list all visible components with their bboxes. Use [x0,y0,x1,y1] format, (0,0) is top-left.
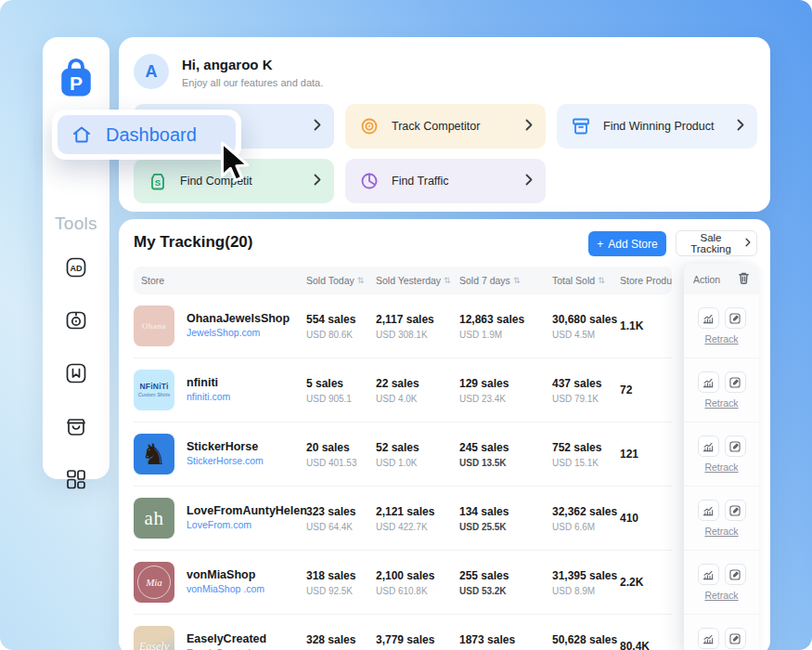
store-domain-link[interactable]: EaselyCreated .com [187,646,275,650]
feature-card-label: Find Traffic [392,175,449,188]
ad-icon[interactable]: AD [63,254,89,280]
retrack-link[interactable]: Retrack [704,590,738,601]
column-header-sold-today[interactable]: Sold Today⇅ [306,275,376,286]
store-products-cell: 72 [620,384,676,396]
sold-today-cell: 554 salesUSD 80.6K [306,313,376,340]
analytics-chart-button[interactable] [698,628,719,649]
chevron-right-icon [745,238,751,249]
feature-card-track-competitor[interactable]: Track Competitor [345,104,546,149]
total-sold-cell: 32,362 salesUSD 6.6M [552,505,620,532]
add-store-button[interactable]: + Add Store [588,231,666,256]
analytics-chart-button[interactable] [698,436,719,457]
action-column-header: Action [684,264,759,294]
sold-yesterday-cell: 2,117 salesUSD 308.1K [376,313,459,340]
sold-7-days-cell: 134 salesUSD 25.5K [459,505,552,532]
chart-icon [702,504,715,517]
sold-today-cell: 328 salesUSD 14.4K [306,633,376,650]
shop-s-icon: S [147,170,169,192]
table-body: Ohana OhanaJewelsShop JewelsShop.com 554… [134,294,672,650]
store-cell: Ohana OhanaJewelsShop JewelsShop.com [134,306,306,346]
table-row[interactable]: Mia vonMiaShop vonMiaShop .com 318 sales… [134,551,672,615]
app-logo-icon[interactable]: P [57,58,96,100]
edit-icon [728,440,741,453]
svg-text:S: S [155,177,161,188]
store-logo: Mia [134,562,174,603]
sale-tracking-button[interactable]: Sale Tracking [676,230,757,256]
edit-button[interactable] [725,500,746,521]
store-cell: NFiNiTiCustom Shirts nfiniti nfiniti.com [134,370,306,410]
column-header-sold-7-days[interactable]: Sold 7 days⇅ [459,275,552,286]
archive-box-icon [570,115,592,137]
sort-icon[interactable]: ⇅ [357,276,365,285]
store-domain-link[interactable]: nfiniti.com [187,390,230,404]
chevron-right-icon [525,173,533,189]
column-header-store: Store [134,275,306,286]
column-header-sold-yesterday[interactable]: Sold Yesterday⇅ [376,275,459,286]
sold-yesterday-cell: 2,100 salesUSD 610.8K [376,569,459,596]
store-products-cell: 1.1K [620,319,676,332]
retrack-link[interactable]: Retrack [704,333,738,344]
store-domain-link[interactable]: LoveFrom.com [187,518,307,532]
table-row[interactable]: Easely EaselyCreated EaselyCreated .com … [134,615,672,650]
table-row[interactable]: Ohana OhanaJewelsShop JewelsShop.com 554… [134,294,672,358]
chart-icon [702,440,715,453]
apps-grid-icon[interactable] [63,466,89,492]
table-row[interactable]: ♞ StickerHorse StickerHorse.com 20 sales… [134,422,672,487]
svg-text:AD: AD [71,264,83,273]
table-row[interactable]: ah LoveFromAuntyHelen LoveFrom.com 323 s… [134,487,672,551]
table-row[interactable]: NFiNiTiCustom Shirts nfiniti nfiniti.com… [134,358,672,422]
sort-icon[interactable]: ⇅ [598,276,605,285]
bookmark-icon[interactable] [63,360,89,386]
analytics-chart-button[interactable] [698,307,719,329]
store-logo: ♞ [134,434,174,474]
retrack-link[interactable]: Retrack [704,526,738,537]
store-logo: Easely [134,626,174,650]
edit-button[interactable] [725,371,746,393]
trash-icon[interactable] [738,271,750,288]
analytics-chart-button[interactable] [698,371,719,393]
bullseye-icon [358,115,380,137]
retrack-link[interactable]: Retrack [704,397,738,409]
tracking-title: My Tracking(20) [134,233,253,252]
sold-yesterday-cell: 22 salesUSD 4.0K [376,377,459,404]
home-icon [71,124,93,146]
sort-icon[interactable]: ⇅ [513,276,521,285]
feature-card-find-traffic[interactable]: Find Traffic [345,159,546,203]
edit-icon [728,504,741,517]
feature-card-label: Track Competitor [392,120,480,133]
sold-yesterday-cell: 2,121 salesUSD 422.7K [376,505,459,532]
store-name: vonMiaShop [187,568,264,583]
edit-button[interactable] [725,307,746,329]
action-column-panel: Action [684,264,759,650]
total-sold-cell: 50,628 salesUSD 2.4M [552,633,620,650]
store-domain-link[interactable]: vonMiaShop .com [187,582,264,596]
store-logo: NFiNiTiCustom Shirts [134,370,174,410]
avatar[interactable]: A [134,54,169,89]
my-tracking-card: My Tracking(20) + Add Store Sale Trackin… [119,219,770,650]
target-box-icon[interactable] [63,307,89,333]
analytics-chart-button[interactable] [698,564,719,585]
analytics-chart-button[interactable] [698,500,719,521]
chevron-right-icon [314,173,321,189]
sort-icon[interactable]: ⇅ [444,276,451,285]
sold-yesterday-cell: 52 salesUSD 1.0K [376,441,459,468]
store-domain-link[interactable]: JewelsShop.com [187,326,290,340]
store-products-cell: 121 [620,448,676,461]
edit-button[interactable] [725,564,746,585]
action-row: Retrack [684,422,759,487]
feature-card-find-winning-product[interactable]: Find Winning Product [557,104,757,149]
edit-icon [728,632,741,645]
sold-today-cell: 20 salesUSD 401.53 [306,441,376,468]
sidebar-item-dashboard[interactable]: Dashboard [58,115,236,154]
shop-bag-icon[interactable] [63,413,89,439]
column-header-total-sold[interactable]: Total Sold⇅ [552,275,620,286]
action-row: Retrack [684,294,759,358]
sold-today-cell: 318 salesUSD 92.5K [306,569,376,596]
table-header: Store Sold Today⇅ Sold Yesterday⇅ Sold 7… [134,266,672,294]
retrack-link[interactable]: Retrack [704,462,738,473]
greeting-subtitle: Enjoy all our features and data. [182,77,323,88]
store-domain-link[interactable]: StickerHorse.com [187,454,264,468]
edit-button[interactable] [725,436,746,457]
edit-icon [728,312,741,325]
edit-button[interactable] [725,628,746,649]
